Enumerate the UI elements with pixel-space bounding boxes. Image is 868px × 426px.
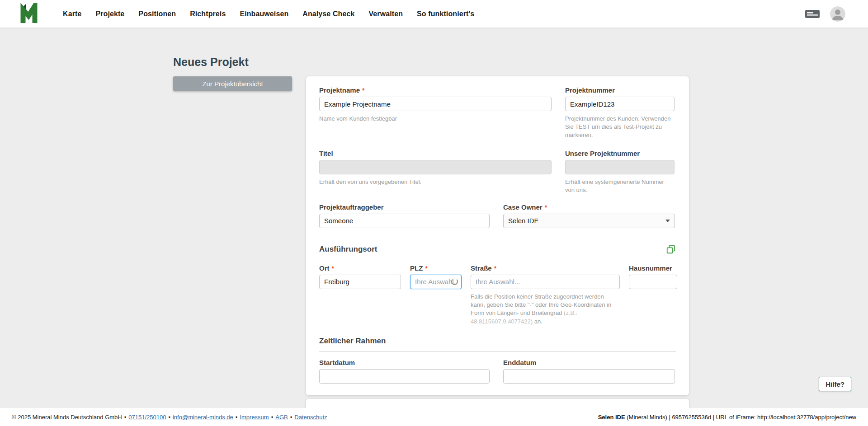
app-window: Karte Projekte Positionen Richtpreis Ein…	[0, 0, 868, 426]
row-titel-unsere-projektnummer: Titel Erhält den von uns vorgegebenen Ti…	[319, 150, 676, 194]
footer-datenschutz-link[interactable]: Datenschutz	[294, 414, 327, 421]
footer-left: © 2025 Mineral Minds Deutschland GmbH • …	[12, 414, 327, 421]
footer-agb-link[interactable]: AGB	[275, 414, 288, 421]
nav-item-positionen[interactable]: Positionen	[138, 10, 176, 18]
projektnummer-input[interactable]	[565, 97, 675, 111]
loading-spinner-icon	[451, 278, 458, 285]
row-auftraggeber-caseowner: Projektauftraggeber Case Owner * Selen I…	[319, 203, 676, 228]
titel-label: Titel	[319, 150, 552, 157]
chevron-down-icon	[665, 220, 670, 222]
user-avatar[interactable]	[830, 6, 845, 22]
unsere-projektnummer-input	[565, 160, 675, 174]
footer-phone-link[interactable]: 07151/250100	[128, 414, 166, 421]
hausnummer-label: Hausnummer	[629, 264, 677, 272]
row-ort-plz-strasse-hausnummer: Ort * PLZ * S	[319, 264, 676, 326]
case-owner-label: Case Owner *	[503, 203, 675, 211]
required-asterisk: *	[425, 265, 427, 272]
top-nav: Karte Projekte Positionen Richtpreis Ein…	[0, 0, 868, 28]
field-projektauftraggeber: Projektauftraggeber	[319, 203, 490, 228]
field-ort: Ort *	[319, 264, 401, 326]
section-zeitlicher-rahmen-header: Zeitlicher Rahmen	[319, 337, 676, 351]
projektauftraggeber-input[interactable]	[319, 214, 490, 228]
nav-right	[805, 6, 845, 22]
row-startdatum-enddatum: Startdatum Enddatum	[319, 359, 676, 384]
back-to-project-overview-button[interactable]: Zur Projektübersicht	[173, 76, 292, 91]
startdatum-input[interactable]	[319, 369, 490, 384]
field-titel: Titel Erhält den von uns vorgegebenen Ti…	[319, 150, 552, 194]
strasse-label: Straße *	[471, 264, 620, 272]
projektauftraggeber-label: Projektauftraggeber	[319, 203, 490, 211]
ort-label: Ort *	[319, 264, 401, 272]
field-case-owner: Case Owner * Selen IDE	[503, 203, 675, 228]
section-ausfuehrungsort-header: Ausführungsort	[319, 244, 676, 254]
field-startdatum: Startdatum	[319, 359, 490, 384]
footer-session-info: Selen IDE (Mineral Minds) | 69576255536d…	[598, 414, 856, 421]
projektname-input[interactable]	[319, 97, 552, 111]
nav-item-verwalten[interactable]: Verwalten	[368, 10, 403, 18]
field-enddatum: Enddatum	[503, 359, 675, 384]
help-button[interactable]: Hilfe?	[819, 377, 851, 391]
titel-input	[319, 160, 552, 174]
strasse-helper: Falls die Position keiner Straße zugeord…	[471, 293, 620, 326]
field-strasse: Straße * Falls die Position keiner Straß…	[471, 264, 620, 326]
required-asterisk: *	[545, 204, 547, 211]
footer-email-link[interactable]: info@mineral-minds.de	[173, 414, 233, 421]
footer-impressum-link[interactable]: Impressum	[240, 414, 269, 421]
plz-label: PLZ *	[410, 264, 462, 272]
nav-item-einbauweisen[interactable]: Einbauweisen	[240, 10, 288, 18]
hausnummer-input[interactable]	[629, 275, 677, 289]
ausfuehrungsort-heading: Ausführungsort	[319, 245, 377, 254]
logo[interactable]	[20, 3, 38, 25]
footer: © 2025 Mineral Minds Deutschland GmbH • …	[0, 408, 868, 426]
card-reader-icon[interactable]	[805, 9, 820, 19]
titel-helper: Erhält den von uns vorgegebenen Titel.	[319, 178, 552, 186]
copy-icon[interactable]	[666, 244, 676, 254]
field-projektname: Projektname * Name vom Kunden festlegbar	[319, 86, 552, 140]
field-plz: PLZ *	[410, 264, 462, 326]
zeitlicher-rahmen-heading: Zeitlicher Rahmen	[319, 337, 386, 346]
projektname-label: Projektname *	[319, 86, 552, 94]
nav-item-karte[interactable]: Karte	[63, 10, 81, 18]
field-hausnummer: Hausnummer	[629, 264, 677, 326]
projektnummer-label: Projektnummer	[565, 86, 675, 94]
required-asterisk: *	[494, 265, 496, 272]
footer-copyright: © 2025 Mineral Minds Deutschland GmbH	[12, 414, 122, 421]
enddatum-label: Enddatum	[503, 359, 675, 366]
row-projektname-projektnummer: Projektname * Name vom Kunden festlegbar…	[319, 86, 676, 140]
case-owner-select[interactable]: Selen IDE	[503, 214, 675, 228]
mineral-minds-logo-icon	[20, 3, 38, 25]
nav-item-so-funktionierts[interactable]: So funktioniert's	[417, 10, 474, 18]
projektnummer-helper: Projektnummer des Kunden. Verwenden Sie …	[565, 115, 675, 140]
ort-input[interactable]	[319, 275, 401, 289]
page-title: Neues Projekt	[173, 56, 249, 69]
enddatum-input[interactable]	[503, 369, 675, 384]
nav-item-projekte[interactable]: Projekte	[95, 10, 124, 18]
main-nav: Karte Projekte Positionen Richtpreis Ein…	[63, 10, 474, 18]
field-projektnummer: Projektnummer Projektnummer des Kunden. …	[565, 86, 675, 140]
field-unsere-projektnummer: Unsere Projektnummer Erhält eine systemg…	[565, 150, 675, 194]
strasse-input[interactable]	[471, 275, 620, 289]
startdatum-label: Startdatum	[319, 359, 490, 366]
required-asterisk: *	[362, 87, 364, 94]
projektname-helper: Name vom Kunden festlegbar	[319, 115, 552, 123]
nav-item-richtpreis[interactable]: Richtpreis	[190, 10, 226, 18]
required-asterisk: *	[332, 265, 334, 272]
case-owner-selected-value: Selen IDE	[508, 217, 539, 225]
unsere-projektnummer-helper: Erhält eine systemgenerierte Nummer von …	[565, 178, 675, 194]
content-area: Neues Projekt Zur Projektübersicht Proje…	[0, 28, 868, 408]
unsere-projektnummer-label: Unsere Projektnummer	[565, 150, 675, 157]
project-form-card: Projektname * Name vom Kunden festlegbar…	[306, 76, 689, 395]
footer-user: Selen IDE	[598, 414, 625, 421]
nav-item-analyse-check[interactable]: Analyse Check	[302, 10, 354, 18]
